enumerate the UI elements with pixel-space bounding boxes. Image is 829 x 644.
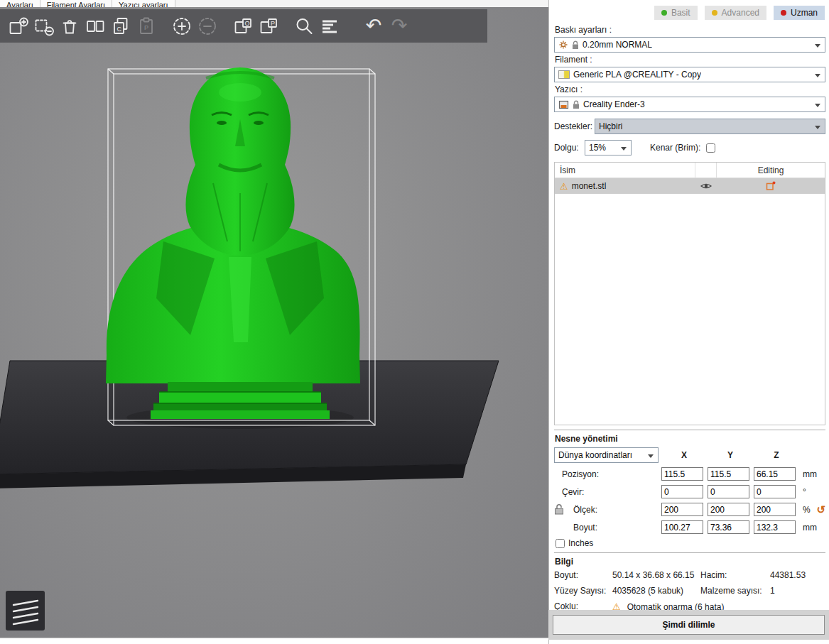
redo-button[interactable]: ↷: [386, 12, 412, 40]
undo-icon: ↶: [366, 16, 382, 36]
main-toolbar: C P O: [0, 9, 487, 43]
rotate-y-input[interactable]: [708, 485, 749, 498]
position-z-input[interactable]: [754, 467, 796, 481]
info-volume-value: 44381.53: [770, 570, 825, 580]
printer-value: Creality Ender-3: [583, 99, 645, 109]
slice-now-button[interactable]: Şimdi dilimle: [553, 615, 825, 635]
reset-scale-icon[interactable]: ↺: [816, 504, 825, 515]
supports-combobox[interactable]: Hiçbiri: [595, 119, 825, 134]
object-row-monet[interactable]: ⚠ monet.stl: [555, 178, 825, 194]
mode-expert-button[interactable]: Uzman: [774, 6, 825, 20]
size-y-input[interactable]: [708, 520, 749, 534]
undo-button[interactable]: ↶: [361, 12, 386, 40]
info-title: Bilgi: [555, 557, 825, 567]
warning-icon: ⚠: [560, 181, 568, 192]
mode-simple-label: Basit: [671, 8, 690, 18]
mode-advanced-button[interactable]: Advanced: [705, 6, 766, 20]
tab-filament-settings[interactable]: Filament Ayarları: [40, 0, 112, 7]
arrange-button[interactable]: [82, 12, 108, 40]
infill-label: Dolgu:: [554, 143, 585, 153]
remove-object-button[interactable]: [31, 12, 57, 40]
axis-y-header: Y: [708, 450, 753, 460]
variable-layer-height-icon: [319, 16, 340, 37]
manipulation-title: Nesne yönetimi: [555, 434, 825, 444]
visibility-toggle[interactable]: [695, 178, 717, 194]
scene-canvas[interactable]: [0, 7, 548, 638]
split-to-parts-button[interactable]: P: [256, 12, 281, 40]
brim-checkbox[interactable]: [706, 143, 715, 153]
info-volume-label: Hacim:: [700, 570, 770, 580]
column-header-visibility[interactable]: [695, 163, 717, 178]
svg-text:P: P: [144, 23, 148, 31]
paste-icon: P: [136, 16, 157, 37]
split-to-objects-button[interactable]: O: [230, 12, 256, 40]
printer-combobox[interactable]: Creality Ender-3: [554, 97, 825, 112]
editing-cell[interactable]: [717, 178, 825, 194]
info-facets-value: 4035628 (5 kabuk): [612, 586, 700, 596]
settings-sidebar: Basit Advanced Uzman Baskı ayarları : 0.…: [548, 0, 829, 644]
info-size-label: Boyut:: [554, 570, 612, 580]
tab-print-settings[interactable]: Ayarları: [0, 0, 40, 7]
axis-z-header: Z: [754, 450, 799, 460]
delete-all-button[interactable]: [57, 12, 82, 40]
object-list: İsim Editing ⚠ monet.stl: [554, 162, 825, 425]
paste-button[interactable]: P: [134, 12, 159, 40]
mode-expert-label: Uzman: [791, 8, 818, 18]
layers-stack-icon: [8, 593, 43, 628]
printer-icon: [558, 100, 569, 109]
layers-view-button[interactable]: [6, 591, 45, 631]
remove-instance-button[interactable]: [195, 12, 220, 40]
svg-text:O: O: [245, 20, 250, 27]
variable-layer-height-button[interactable]: [317, 12, 342, 40]
copy-icon: C: [110, 16, 131, 37]
size-z-input[interactable]: [754, 520, 796, 534]
position-x-input[interactable]: [661, 467, 703, 481]
eye-icon: [700, 182, 712, 190]
chevron-down-icon: [815, 104, 820, 107]
print-settings-combobox[interactable]: 0.20mm NORMAL: [554, 37, 825, 53]
copy-button[interactable]: C: [108, 12, 134, 40]
info-section: Bilgi Boyut: 50.14 x 36.68 x 66.15 Hacim…: [554, 552, 825, 612]
scale-z-input[interactable]: [754, 503, 796, 516]
info-size-value: 50.14 x 36.68 x 66.15: [612, 570, 700, 580]
mode-simple-button[interactable]: Basit: [654, 6, 698, 20]
rotate-x-input[interactable]: [661, 485, 703, 498]
scale-y-input[interactable]: [708, 503, 749, 516]
size-x-input[interactable]: [661, 520, 703, 534]
scale-x-input[interactable]: [661, 503, 703, 516]
print-settings-label: Baskı ayarları :: [555, 25, 825, 35]
scale-lock-icon[interactable]: [554, 503, 564, 515]
size-unit: mm: [803, 523, 817, 533]
info-materials-label: Malzeme sayısı:: [700, 586, 770, 596]
supports-row: Destekler: Hiçbiri: [554, 119, 825, 134]
inches-label: Inches: [568, 538, 593, 548]
add-instance-button[interactable]: [169, 12, 195, 40]
viewport-3d[interactable]: C P O: [0, 7, 548, 638]
filament-label: Filament :: [555, 55, 825, 65]
chevron-down-icon: [815, 74, 820, 77]
coordinate-system-combobox[interactable]: Dünya koordinatları: [554, 447, 659, 463]
inches-row: Inches: [556, 538, 825, 548]
add-instance-icon: [171, 16, 193, 37]
infill-combobox[interactable]: 15%: [585, 140, 632, 155]
search-button[interactable]: [291, 12, 317, 40]
filament-combobox[interactable]: Generic PLA @CREALITY - Copy: [554, 67, 825, 82]
filament-value: Generic PLA @CREALITY - Copy: [573, 70, 701, 80]
inches-checkbox[interactable]: [556, 539, 565, 548]
rotate-unit: °: [803, 487, 806, 497]
simple-mode-dot-icon: [661, 10, 667, 16]
tab-printer-settings[interactable]: Yazıcı ayarları: [112, 0, 175, 7]
axis-x-header: X: [661, 450, 707, 460]
column-header-name[interactable]: İsim: [555, 163, 695, 178]
column-header-editing[interactable]: Editing: [717, 163, 825, 178]
mode-advanced-label: Advanced: [722, 8, 759, 18]
position-y-input[interactable]: [708, 467, 749, 481]
coordinate-system-value: Dünya koordinatları: [558, 450, 632, 460]
info-grid: Boyut: 50.14 x 36.68 x 66.15 Hacim: 4438…: [554, 570, 825, 612]
infill-brim-row: Dolgu: 15% Kenar (Brim):: [554, 140, 825, 155]
chevron-down-icon: [621, 147, 627, 151]
rotate-z-input[interactable]: [754, 485, 796, 498]
lock-icon: [572, 40, 579, 50]
add-object-button[interactable]: [6, 12, 31, 40]
info-facets-label: Yüzey Sayısı:: [554, 586, 612, 596]
